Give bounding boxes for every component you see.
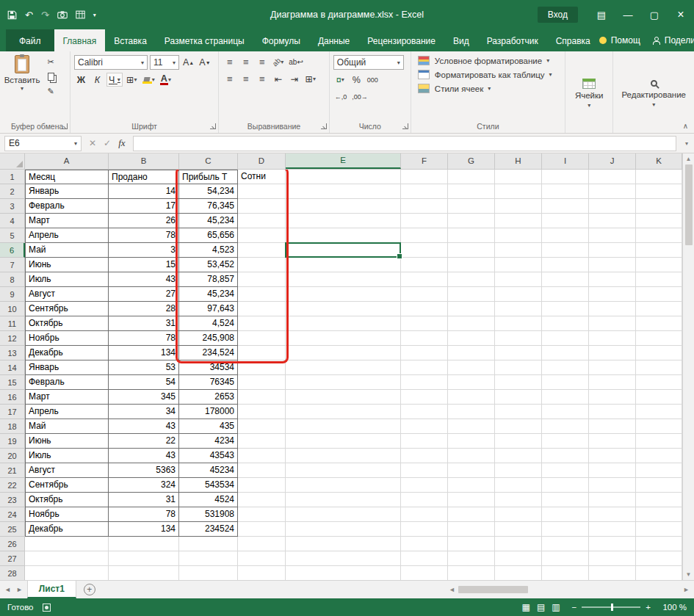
cell-D20[interactable] xyxy=(238,449,286,463)
cell-K12[interactable] xyxy=(636,331,682,346)
cell-J27[interactable] xyxy=(589,551,636,566)
cell-D17[interactable] xyxy=(238,405,286,419)
cell-I21[interactable] xyxy=(542,463,589,478)
cell-H18[interactable] xyxy=(495,419,542,434)
cell-J21[interactable] xyxy=(589,463,636,478)
cells-button[interactable]: Ячейки ▾ xyxy=(568,54,610,133)
cell-G18[interactable] xyxy=(448,419,495,434)
cell-A14[interactable]: Январь xyxy=(25,360,109,375)
cell-F7[interactable] xyxy=(401,258,448,272)
cell-E26[interactable] xyxy=(286,537,401,551)
cell-A28[interactable] xyxy=(25,566,109,580)
cell-H17[interactable] xyxy=(495,405,542,419)
insert-function-icon[interactable]: fx xyxy=(118,137,125,149)
cancel-icon[interactable]: ✕ xyxy=(89,138,96,148)
cell-B22[interactable]: 324 xyxy=(109,478,179,493)
cell-D23[interactable] xyxy=(238,493,286,507)
cell-F22[interactable] xyxy=(401,478,448,493)
cell-B3[interactable]: 17 xyxy=(109,199,179,214)
cell-F25[interactable] xyxy=(401,522,448,537)
cell-D9[interactable] xyxy=(238,287,286,302)
cell-C4[interactable]: 45,234 xyxy=(179,214,238,228)
orientation-icon[interactable]: ab▾ xyxy=(271,55,285,69)
row-header-20[interactable]: 20 xyxy=(0,449,25,463)
cell-A1[interactable]: Месяц xyxy=(25,170,109,184)
cell-I16[interactable] xyxy=(542,390,589,405)
row-header-4[interactable]: 4 xyxy=(0,214,25,228)
cell-F5[interactable] xyxy=(401,228,448,243)
cell-C28[interactable] xyxy=(179,566,238,580)
cell-C19[interactable]: 4234 xyxy=(179,434,238,449)
cell-I26[interactable] xyxy=(542,537,589,551)
cell-D8[interactable] xyxy=(238,272,286,287)
cut-icon[interactable]: ✂ xyxy=(43,56,58,68)
cell-H28[interactable] xyxy=(495,566,542,580)
cell-I5[interactable] xyxy=(542,228,589,243)
decrease-indent-icon[interactable]: ⇤ xyxy=(271,72,285,86)
cell-B27[interactable] xyxy=(109,551,179,566)
cell-F23[interactable] xyxy=(401,493,448,507)
cell-K21[interactable] xyxy=(636,463,682,478)
cell-J11[interactable] xyxy=(589,316,636,331)
cell-H27[interactable] xyxy=(495,551,542,566)
cell-G22[interactable] xyxy=(448,478,495,493)
cell-A2[interactable]: Январь xyxy=(25,184,109,199)
cell-F8[interactable] xyxy=(401,272,448,287)
ribbon-display-options-icon[interactable]: ▤ xyxy=(588,0,615,29)
cell-H15[interactable] xyxy=(495,375,542,390)
cell-I27[interactable] xyxy=(542,551,589,566)
column-header-G[interactable]: G xyxy=(448,153,495,169)
scroll-up-icon[interactable]: ▲ xyxy=(686,156,692,162)
cell-J19[interactable] xyxy=(589,434,636,449)
share-button[interactable]: Поделиться xyxy=(652,35,694,46)
cell-I1[interactable] xyxy=(542,170,589,184)
cell-C8[interactable]: 78,857 xyxy=(179,272,238,287)
cell-B18[interactable]: 43 xyxy=(109,419,179,434)
cell-I18[interactable] xyxy=(542,419,589,434)
tab-5[interactable]: Данные xyxy=(309,29,358,51)
cell-K14[interactable] xyxy=(636,360,682,375)
align-left-icon[interactable]: ≡ xyxy=(223,72,236,86)
cell-A12[interactable]: Ноябрь xyxy=(25,331,109,346)
cell-C23[interactable]: 4524 xyxy=(179,493,238,507)
zoom-slider[interactable] xyxy=(582,606,640,608)
cell-J24[interactable] xyxy=(589,507,636,522)
row-header-14[interactable]: 14 xyxy=(0,360,25,375)
cell-G26[interactable] xyxy=(448,537,495,551)
cell-C17[interactable]: 178000 xyxy=(179,405,238,419)
cell-D1[interactable]: Сотни xyxy=(238,170,286,184)
horizontal-scroll-thumb[interactable] xyxy=(458,586,528,593)
cell-G3[interactable] xyxy=(448,199,495,214)
zoom-slider-thumb[interactable] xyxy=(611,604,613,611)
cell-J4[interactable] xyxy=(589,214,636,228)
cell-E9[interactable] xyxy=(286,287,401,302)
column-header-B[interactable]: B xyxy=(109,153,179,169)
cell-J25[interactable] xyxy=(589,522,636,537)
cell-E17[interactable] xyxy=(286,405,401,419)
cell-C25[interactable]: 234524 xyxy=(179,522,238,537)
cell-K3[interactable] xyxy=(636,199,682,214)
cell-G21[interactable] xyxy=(448,463,495,478)
cell-J5[interactable] xyxy=(589,228,636,243)
cell-F1[interactable] xyxy=(401,170,448,184)
cell-A8[interactable]: Июль xyxy=(25,272,109,287)
row-header-10[interactable]: 10 xyxy=(0,302,25,316)
cell-E23[interactable] xyxy=(286,493,401,507)
cell-A5[interactable]: Апрель xyxy=(25,228,109,243)
cell-K4[interactable] xyxy=(636,214,682,228)
cell-C14[interactable]: 34534 xyxy=(179,360,238,375)
cell-H24[interactable] xyxy=(495,507,542,522)
row-header-11[interactable]: 11 xyxy=(0,316,25,331)
cell-D15[interactable] xyxy=(238,375,286,390)
merge-center-icon[interactable]: ⊞▾ xyxy=(303,72,317,86)
cell-J16[interactable] xyxy=(589,390,636,405)
cell-F17[interactable] xyxy=(401,405,448,419)
cell-J17[interactable] xyxy=(589,405,636,419)
cell-H21[interactable] xyxy=(495,463,542,478)
normal-view-icon[interactable]: ▦ xyxy=(522,602,530,612)
cell-J7[interactable] xyxy=(589,258,636,272)
row-header-16[interactable]: 16 xyxy=(0,390,25,405)
cell-G1[interactable] xyxy=(448,170,495,184)
scroll-left-icon[interactable]: ◄ xyxy=(449,586,455,593)
cell-I13[interactable] xyxy=(542,346,589,360)
